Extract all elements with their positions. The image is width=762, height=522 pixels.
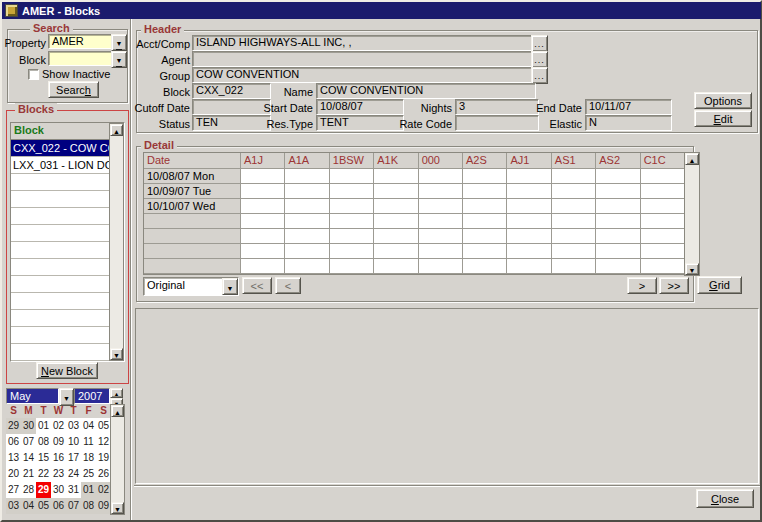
grid-cell[interactable] [241,259,285,274]
calendar-day[interactable]: 08 [36,434,51,450]
grid-cell[interactable] [330,259,374,274]
calendar-day[interactable]: 30 [51,482,66,498]
grid-cell[interactable] [641,199,685,214]
grid-cell[interactable] [374,169,418,184]
calendar-day[interactable]: 11 [81,434,96,450]
grid-cell[interactable] [641,244,685,259]
grid-cell[interactable] [374,244,418,259]
scroll-down-icon[interactable] [685,263,699,275]
acct-comp-lov-button[interactable]: ... [531,35,548,52]
calendar-day[interactable]: 09 [96,498,111,514]
dropdown-arrow-icon[interactable] [222,278,238,295]
name-field[interactable]: COW CONVENTION [316,83,536,99]
grid-cell[interactable] [419,199,463,214]
grid-cell[interactable] [330,169,374,184]
grid-cell[interactable] [419,229,463,244]
acct-comp-field[interactable]: ISLAND HIGHWAYS-ALL INC, , [192,35,536,51]
grid-cell[interactable] [285,244,329,259]
grid-cell[interactable] [641,169,685,184]
grid-cell[interactable] [463,259,507,274]
grid-cell[interactable] [419,214,463,229]
grid-cell[interactable] [463,169,507,184]
grid-cell[interactable] [241,244,285,259]
start-date-field[interactable]: 10/08/07 [316,99,404,115]
calendar-day[interactable]: 27 [6,482,21,498]
calendar-day[interactable]: 03 [6,498,21,514]
close-button[interactable]: Close [696,489,754,508]
grid-cell[interactable] [641,184,685,199]
grid-cell[interactable] [374,259,418,274]
calendar-day[interactable]: 22 [36,466,51,482]
calendar-day[interactable]: 01 [36,418,51,434]
grid-cell[interactable] [241,184,285,199]
block-dropdown-button[interactable] [111,51,127,68]
grid-cell[interactable] [419,244,463,259]
pager-first-button[interactable]: << [242,277,272,294]
grid-cell[interactable] [419,259,463,274]
end-date-field[interactable]: 10/11/07 [585,99,672,115]
scroll-down-icon[interactable] [111,502,124,514]
grid-cell[interactable] [507,199,551,214]
calendar-day[interactable]: 23 [51,466,66,482]
grid-cell[interactable] [463,229,507,244]
calendar-day[interactable]: 09 [51,434,66,450]
property-dropdown-button[interactable] [111,34,127,51]
grid-cell[interactable] [641,214,685,229]
grid-cell[interactable] [507,184,551,199]
scroll-up-icon[interactable] [111,405,124,417]
grid-cell[interactable] [419,184,463,199]
calendar-day[interactable]: 26 [96,466,111,482]
res-type-field[interactable]: TENT [316,115,404,131]
calendar-day[interactable]: 29 [6,418,21,434]
grid-cell[interactable] [641,229,685,244]
calendar-day[interactable]: 02 [51,418,66,434]
calendar-scrollbar[interactable] [110,404,125,515]
grid-cell[interactable] [552,184,596,199]
grid-cell[interactable] [241,214,285,229]
grid-cell[interactable] [330,244,374,259]
calendar-day[interactable]: 04 [21,498,36,514]
grid-cell[interactable] [285,199,329,214]
new-block-button[interactable]: New Block [36,362,98,379]
grid-cell[interactable] [552,169,596,184]
block-search-input[interactable] [48,51,113,66]
calendar-day[interactable]: 13 [6,450,21,466]
grid-cell[interactable] [285,229,329,244]
calendar-day[interactable]: 06 [51,498,66,514]
grid-cell[interactable] [596,199,640,214]
grid-scrollbar[interactable] [684,152,700,276]
calendar-day[interactable]: 17 [66,450,81,466]
grid-cell[interactable] [463,244,507,259]
calendar-day[interactable]: 20 [6,466,21,482]
calendar-day[interactable]: 24 [66,466,81,482]
grid-cell[interactable] [596,259,640,274]
grid-cell[interactable] [552,229,596,244]
calendar-day[interactable]: 19 [96,450,111,466]
calendar-year-spinner[interactable] [110,388,123,404]
display-mode-select[interactable]: Original [143,277,239,296]
grid-cell[interactable] [596,184,640,199]
calendar-day[interactable]: 05 [96,418,111,434]
grid-cell[interactable] [285,214,329,229]
calendar-day[interactable]: 06 [6,434,21,450]
search-button[interactable]: Search [48,81,99,98]
grid-cell[interactable] [285,169,329,184]
calendar-day-selected[interactable]: 29 [36,482,51,498]
grid-cell[interactable] [507,229,551,244]
calendar-day[interactable]: 18 [81,450,96,466]
grid-cell[interactable] [552,259,596,274]
grid-cell[interactable] [463,214,507,229]
grid-cell[interactable] [374,214,418,229]
grid-cell[interactable] [507,259,551,274]
grid-cell[interactable] [463,184,507,199]
grid-cell[interactable] [330,214,374,229]
calendar-year-field[interactable]: 2007 [74,388,110,404]
grid-cell[interactable] [507,244,551,259]
calendar-month-dropdown-button[interactable] [59,388,74,406]
calendar-day[interactable]: 12 [96,434,111,450]
grid-cell[interactable] [330,199,374,214]
grid-cell[interactable] [596,169,640,184]
scroll-up-icon[interactable] [110,124,123,136]
calendar-day[interactable]: 15 [36,450,51,466]
grid-cell[interactable] [374,229,418,244]
